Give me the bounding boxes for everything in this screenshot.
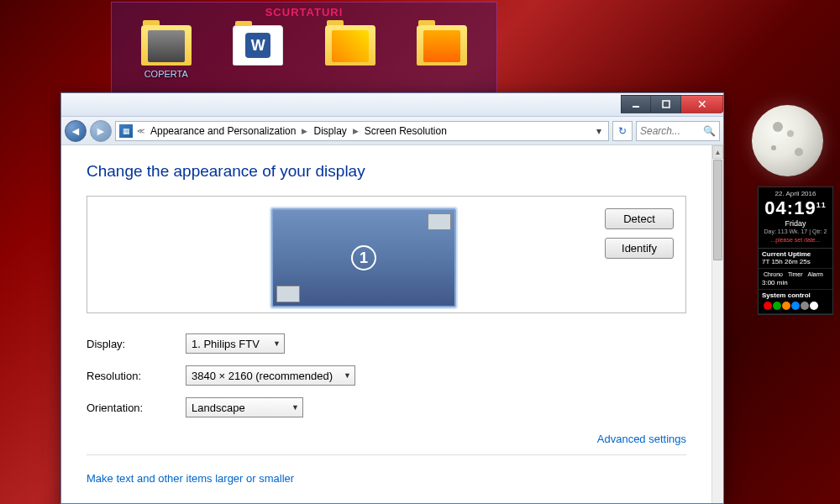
combo-value: Landscape bbox=[192, 402, 245, 414]
chevron-down-icon: ▼ bbox=[273, 339, 281, 348]
chevron-right-icon[interactable]: ▶ bbox=[299, 127, 310, 135]
maximize-button[interactable] bbox=[651, 95, 681, 113]
vertical-scrollbar[interactable]: ▲ bbox=[711, 145, 723, 503]
combo-value: 3840 × 2160 (recommended) bbox=[192, 370, 333, 382]
divider bbox=[87, 454, 686, 455]
monitor-number: 1 bbox=[351, 245, 376, 270]
minimize-button[interactable] bbox=[621, 95, 651, 113]
chevron-right-icon[interactable]: ≪ bbox=[134, 127, 147, 135]
clock-time: 04:1911 bbox=[762, 199, 829, 218]
folder-shortcut[interactable]: COPERTA bbox=[137, 25, 196, 79]
breadcrumb[interactable]: ▦ ≪ Appearance and Personalization ▶ Dis… bbox=[115, 121, 609, 141]
system-icons[interactable] bbox=[762, 300, 829, 312]
back-button[interactable]: ◄ bbox=[65, 120, 87, 142]
clock-warning: ...please set date... bbox=[762, 236, 829, 244]
chevron-right-icon[interactable]: ▶ bbox=[350, 127, 361, 135]
scroll-thumb[interactable] bbox=[713, 160, 722, 260]
search-icon[interactable]: 🔍 bbox=[703, 125, 716, 137]
refresh-button[interactable]: ↻ bbox=[612, 121, 633, 141]
folder-label: COPERTA bbox=[137, 69, 196, 79]
close-button[interactable]: ✕ bbox=[681, 95, 723, 113]
chevron-down-icon: ▼ bbox=[344, 371, 351, 380]
resolution-label: Resolution: bbox=[87, 370, 186, 382]
clock-date: 22. April 2016 bbox=[762, 190, 829, 197]
monitor-preview[interactable]: 1 bbox=[271, 208, 456, 307]
orientation-label: Orientation: bbox=[87, 402, 186, 414]
word-doc-shortcut[interactable]: W bbox=[228, 25, 287, 79]
breadcrumb-dropdown[interactable]: ▾ bbox=[593, 125, 605, 137]
scroll-up-icon[interactable]: ▲ bbox=[712, 145, 723, 159]
folder-shortcut[interactable] bbox=[412, 25, 471, 79]
clock-day: Friday bbox=[762, 219, 829, 228]
titlebar[interactable]: ✕ bbox=[61, 93, 723, 117]
folder-shortcut[interactable] bbox=[321, 25, 380, 79]
svg-rect-0 bbox=[633, 106, 639, 108]
svg-rect-1 bbox=[663, 101, 669, 108]
uptime-value: 7T 15h 26m 25s bbox=[762, 258, 829, 266]
shortcuts-row: COPERTA W bbox=[112, 25, 496, 79]
search-input[interactable] bbox=[640, 125, 699, 137]
mini-window-icon bbox=[276, 286, 300, 302]
search-box[interactable]: 🔍 bbox=[636, 121, 720, 141]
uptime-label: Current Uptime bbox=[762, 250, 829, 259]
screen-resolution-window: ✕ ◄ ► ▦ ≪ Appearance and Personalization… bbox=[60, 92, 724, 504]
mini-window-icon bbox=[428, 213, 451, 230]
display-combo[interactable]: 1. Philips FTV ▼ bbox=[186, 333, 285, 354]
resolution-combo[interactable]: 3840 × 2160 (recommended) ▼ bbox=[186, 365, 355, 386]
display-label: Display: bbox=[87, 338, 186, 350]
clock-gadget[interactable]: 22. April 2016 04:1911 Friday Day: 113 W… bbox=[758, 186, 833, 315]
display-preview-box: 1 Detect Identify bbox=[87, 196, 686, 313]
clock-tabs[interactable]: Chrono Timer Alarm bbox=[762, 270, 829, 279]
content-area: Change the appearance of your display 1 … bbox=[61, 145, 711, 503]
clock-info: Day: 113 Wk. 17 | Qtr: 2 bbox=[762, 228, 829, 236]
text-size-link[interactable]: Make text and other items larger or smal… bbox=[87, 472, 294, 485]
moon-gadget[interactable] bbox=[752, 105, 823, 176]
advanced-settings-link[interactable]: Advanced settings bbox=[597, 433, 686, 445]
chevron-down-icon: ▼ bbox=[291, 403, 299, 412]
control-panel-icon[interactable]: ▦ bbox=[119, 124, 133, 138]
forward-button[interactable]: ► bbox=[90, 120, 112, 142]
breadcrumb-item[interactable]: Screen Resolution bbox=[363, 125, 449, 137]
breadcrumb-item[interactable]: Appearance and Personalization bbox=[149, 125, 297, 137]
breadcrumb-item[interactable]: Display bbox=[312, 125, 348, 137]
navbar: ◄ ► ▦ ≪ Appearance and Personalization ▶… bbox=[61, 117, 723, 145]
scurtaturi-title: SCURTATURI bbox=[112, 6, 496, 18]
timer-value: 3:00 min bbox=[762, 279, 829, 287]
combo-value: 1. Philips FTV bbox=[192, 338, 260, 350]
identify-button[interactable]: Identify bbox=[605, 238, 674, 259]
word-icon: W bbox=[245, 33, 270, 58]
detect-button[interactable]: Detect bbox=[605, 208, 674, 229]
orientation-combo[interactable]: Landscape ▼ bbox=[186, 397, 303, 417]
page-heading: Change the appearance of your display bbox=[87, 162, 686, 181]
system-control-label: System control bbox=[762, 291, 829, 300]
